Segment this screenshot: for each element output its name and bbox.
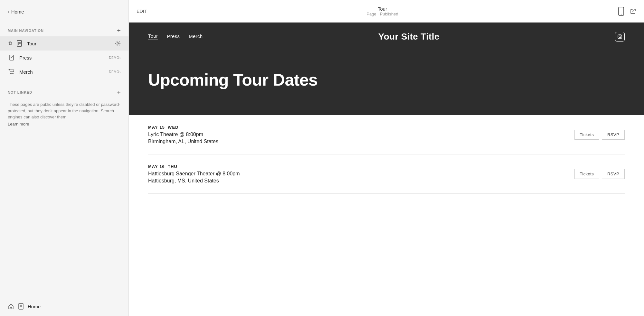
svg-point-14 [621, 35, 621, 36]
site-nav-merch[interactable]: Merch [189, 33, 203, 40]
tour-date-actions-0: Tickets RSVP [574, 130, 625, 140]
tour-date-location-0: Birmingham, AL, United States [148, 139, 218, 144]
tour-date-item-1: MAY 16 THU Hattiesburg Saenger Theater @… [148, 154, 625, 194]
site-title: Your Site Title [378, 32, 440, 42]
sidebar: ‹ Home MAIN NAVIGATION + Tour [0, 0, 129, 316]
svg-point-13 [619, 36, 621, 38]
not-linked-header: NOT LINKED + [8, 89, 121, 98]
sidebar-item-press[interactable]: Press DEMO › [0, 51, 128, 65]
delete-icon[interactable] [8, 41, 13, 46]
home-icon [8, 303, 14, 310]
svg-point-5 [11, 73, 12, 74]
preview-area: Tour Press Merch Your Site Title Upcomin… [129, 23, 644, 316]
nav-item-left-actions [8, 41, 13, 46]
tour-date-day-1: MAY 16 THU [148, 164, 240, 169]
tour-date-location-1: Hattiesburg, MS, United States [148, 178, 240, 184]
topbar: EDIT Tour Page · Published [129, 0, 644, 23]
instagram-icon[interactable] [615, 32, 625, 42]
svg-rect-12 [618, 35, 622, 39]
svg-point-11 [621, 14, 621, 14]
hero-section: Upcoming Tour Dates [129, 51, 644, 115]
external-link-icon[interactable] [630, 8, 636, 14]
topbar-center: Tour Page · Published [147, 6, 618, 16]
tickets-button-0[interactable]: Tickets [574, 130, 599, 140]
tour-page-icon [15, 40, 23, 47]
merch-cart-icon [8, 68, 15, 76]
svg-point-6 [13, 73, 14, 74]
tour-date-info-0: MAY 15 WED Lyric Theatre @ 8:00pm Birmin… [148, 125, 218, 144]
hero-title: Upcoming Tour Dates [148, 70, 625, 89]
tour-settings-icon[interactable] [115, 41, 121, 46]
add-nav-item-button[interactable]: + [117, 27, 121, 34]
press-page-icon [8, 54, 15, 61]
mobile-preview-icon[interactable] [618, 7, 625, 16]
tour-date-venue-1: Hattiesburg Saenger Theater @ 8:00pm [148, 171, 240, 177]
not-linked-description: These pages are public unless they're di… [8, 101, 121, 120]
tickets-button-1[interactable]: Tickets [574, 169, 599, 179]
main-content: EDIT Tour Page · Published [129, 0, 644, 316]
merch-nav-label: Merch [19, 69, 106, 75]
rsvp-button-0[interactable]: RSVP [602, 130, 625, 140]
add-not-linked-button[interactable]: + [117, 89, 121, 96]
tour-date-item-0: MAY 15 WED Lyric Theatre @ 8:00pm Birmin… [148, 115, 625, 154]
tour-date-venue-0: Lyric Theatre @ 8:00pm [148, 132, 218, 137]
press-chevron-icon: › [119, 55, 121, 60]
back-arrow-icon: ‹ [8, 9, 9, 14]
merch-chevron-icon: › [119, 70, 121, 74]
not-linked-section: NOT LINKED + These pages are public unle… [0, 87, 128, 127]
not-linked-title: NOT LINKED [8, 90, 32, 94]
tour-nav-label: Tour [27, 41, 115, 46]
back-button[interactable]: ‹ Home [0, 0, 128, 22]
rsvp-button-1[interactable]: RSVP [602, 169, 625, 179]
home-page-icon [18, 303, 24, 310]
site-nav: Tour Press Merch [148, 33, 203, 40]
learn-more-link[interactable]: Learn more [8, 122, 29, 126]
tour-date-actions-1: Tickets RSVP [574, 169, 625, 179]
topbar-actions [618, 7, 636, 16]
merch-badge: DEMO [109, 70, 119, 74]
tour-date-day-0: MAY 15 WED [148, 125, 218, 130]
back-label: Home [11, 9, 24, 14]
home-bottom-label: Home [28, 304, 121, 309]
site-header: Tour Press Merch Your Site Title [129, 23, 644, 51]
sidebar-item-merch[interactable]: Merch DEMO › [0, 65, 128, 79]
svg-point-4 [117, 43, 119, 44]
site-nav-press[interactable]: Press [167, 33, 180, 40]
topbar-page-name: Tour [378, 6, 387, 12]
edit-button[interactable]: EDIT [137, 9, 147, 14]
tour-dates-section: MAY 15 WED Lyric Theatre @ 8:00pm Birmin… [129, 115, 644, 194]
main-nav-section-header: MAIN NAVIGATION + [0, 25, 128, 36]
press-nav-label: Press [19, 55, 106, 60]
preview-frame: Tour Press Merch Your Site Title Upcomin… [129, 23, 644, 316]
tour-date-info-1: MAY 16 THU Hattiesburg Saenger Theater @… [148, 164, 240, 184]
site-nav-tour[interactable]: Tour [148, 33, 158, 40]
press-badge: DEMO [109, 56, 119, 60]
topbar-page-status: Page · Published [366, 12, 398, 16]
main-nav-title: MAIN NAVIGATION [8, 29, 44, 33]
sidebar-bottom-home[interactable]: Home [0, 297, 128, 316]
sidebar-item-tour[interactable]: Tour [0, 36, 128, 51]
